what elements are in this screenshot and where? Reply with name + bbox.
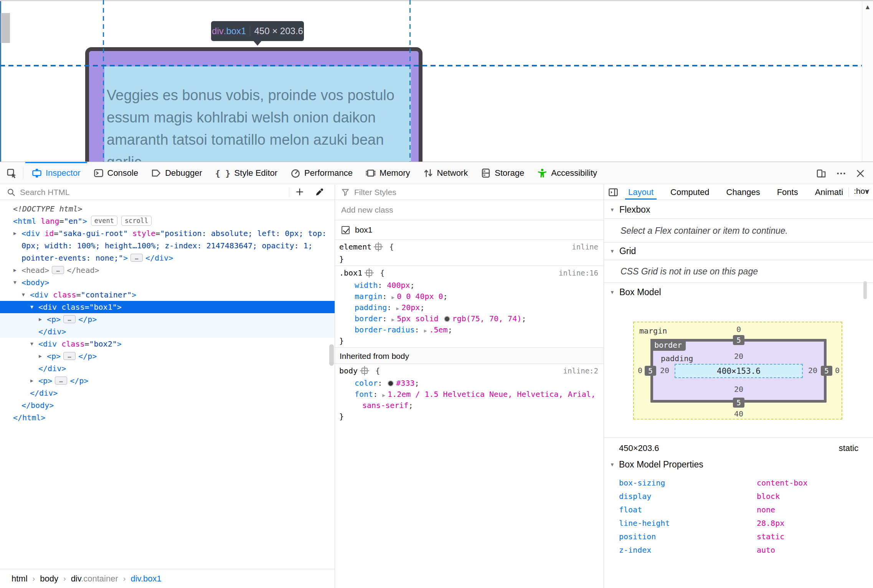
rule-source-link[interactable]: inline:2: [563, 364, 598, 378]
markup-node-row[interactable]: </body>: [0, 399, 335, 411]
highlight-selector-icon[interactable]: [375, 244, 381, 250]
property-value[interactable]: content-box: [757, 477, 807, 489]
rule-source-link[interactable]: inline: [572, 240, 598, 254]
markup-node-row[interactable]: <html lang="en">eventscroll: [0, 215, 335, 227]
expand-shorthand-icon[interactable]: ▶: [396, 306, 399, 311]
collapse-icon[interactable]: ▼: [13, 276, 17, 289]
devtools-menu-button[interactable]: [833, 166, 850, 181]
devtools-tab-style-editor[interactable]: { }Style Editor: [209, 162, 284, 184]
sidebar-toggle-icon[interactable]: [608, 185, 620, 200]
property-name[interactable]: font: [355, 390, 373, 399]
property-name[interactable]: margin: [355, 292, 382, 301]
border-bottom-value[interactable]: 5: [733, 398, 744, 408]
expand-shorthand-icon[interactable]: ▶: [424, 328, 427, 334]
property-value[interactable]: none: [757, 504, 775, 515]
responsive-design-mode-button[interactable]: [813, 166, 830, 181]
highlighted-box1-element[interactable]: Veggies es bonus vobis, proinde vos post…: [85, 47, 422, 162]
expand-inline-icon[interactable]: …: [63, 315, 76, 323]
devtools-tab-console[interactable]: Console: [87, 162, 145, 184]
property-name[interactable]: float: [619, 505, 642, 514]
devtools-tab-debugger[interactable]: Debugger: [145, 162, 209, 184]
box-model-content-region[interactable]: 400×153.6: [675, 364, 803, 378]
padding-top-value[interactable]: 20: [730, 352, 747, 361]
highlight-selector-icon[interactable]: [361, 368, 368, 374]
breadcrumb-item[interactable]: div.box1: [130, 574, 161, 584]
expand-inline-icon[interactable]: …: [130, 254, 143, 262]
devtools-tab-accessibility[interactable]: Accessibility: [531, 162, 604, 184]
close-devtools-button[interactable]: [852, 166, 869, 181]
page-scrollbar[interactable]: ▲: [862, 1, 873, 162]
all-tabs-dropdown-icon[interactable]: ▼: [864, 188, 870, 195]
markup-node-row[interactable]: ▶<p>…</p>: [0, 350, 335, 362]
sidebar-tab-changes[interactable]: Changes: [718, 185, 769, 200]
css-declaration[interactable]: sans-serif;: [335, 400, 604, 411]
border-left-value[interactable]: 5: [645, 366, 656, 376]
property-value[interactable]: sans-serif: [362, 401, 408, 410]
rule-selector[interactable]: element: [339, 242, 371, 251]
box-model-properties-header[interactable]: ▼ Box Model Properties: [610, 459, 703, 470]
expand-shorthand-icon[interactable]: ▶: [391, 294, 394, 300]
expand-icon[interactable]: ▶: [39, 313, 42, 325]
devtools-tab-network[interactable]: Network: [417, 162, 475, 184]
markup-node-row[interactable]: ▼<body>: [0, 276, 335, 289]
breadcrumb-item[interactable]: html: [12, 574, 28, 584]
sidebar-tab-computed[interactable]: Computed: [662, 185, 718, 200]
css-declaration[interactable]: padding: ▶20px;: [335, 302, 604, 313]
property-value[interactable]: rgb(75, 70, 74): [452, 314, 522, 323]
markup-node-row[interactable]: ▶<div id="saka-gui-root" style="position…: [0, 227, 335, 239]
padding-bottom-value[interactable]: 20: [730, 385, 747, 394]
padding-right-value[interactable]: 20: [804, 366, 821, 375]
devtools-tab-storage[interactable]: Storage: [474, 162, 531, 184]
box-model-margin-region[interactable]: margin border padding 400×153.6 0 5 20 0…: [633, 322, 842, 420]
property-value[interactable]: 400px: [387, 281, 410, 290]
expand-icon[interactable]: ▶: [30, 375, 33, 387]
sidebar-tab-fonts[interactable]: Fonts: [769, 185, 807, 200]
expand-inline-icon[interactable]: …: [63, 352, 76, 360]
page-scrollbar-thumb[interactable]: [1, 13, 10, 43]
property-value[interactable]: block: [757, 491, 780, 502]
filter-styles-input[interactable]: [354, 188, 481, 197]
collapse-icon[interactable]: ▼: [30, 301, 33, 313]
property-name[interactable]: z-index: [619, 545, 651, 555]
markup-node-row[interactable]: </div>: [0, 325, 335, 338]
expand-icon[interactable]: ▶: [13, 227, 17, 239]
grid-section-header[interactable]: ▼ Grid: [604, 243, 873, 260]
border-top-value[interactable]: 5: [733, 335, 744, 345]
scrollbar-up-arrow[interactable]: ▲: [862, 3, 873, 11]
markup-node-row[interactable]: </div>: [0, 387, 335, 399]
margin-bottom-value[interactable]: 40: [730, 409, 747, 418]
pick-element-button[interactable]: [3, 166, 21, 181]
box-model-section-header[interactable]: ▼ Box Model: [604, 283, 873, 302]
markup-node-row[interactable]: ▶<p>…</p>: [0, 313, 335, 325]
property-value[interactable]: .5em: [429, 325, 447, 334]
expand-inline-icon[interactable]: …: [52, 266, 64, 274]
property-name[interactable]: border-radius: [355, 325, 415, 334]
devtools-tab-inspector[interactable]: Inspector: [25, 162, 87, 184]
breadcrumb-item[interactable]: div.container: [71, 574, 118, 584]
property-name[interactable]: line-height: [619, 519, 670, 528]
property-value[interactable]: 20px: [401, 303, 420, 312]
property-name[interactable]: position: [619, 532, 656, 541]
property-name[interactable]: border: [355, 314, 382, 323]
flexbox-section-header[interactable]: ▼ Flexbox: [604, 201, 873, 219]
markup-node-row[interactable]: ▶<p>…</p>: [0, 375, 335, 387]
expand-icon[interactable]: ▶: [39, 350, 42, 362]
add-node-icon[interactable]: [295, 188, 304, 198]
margin-right-value[interactable]: 0: [829, 366, 846, 375]
property-value[interactable]: static: [757, 531, 784, 542]
class-toggle-checkbox[interactable]: [342, 226, 350, 234]
property-name[interactable]: width: [355, 281, 378, 290]
rule-source-link[interactable]: inline:16: [559, 266, 598, 280]
node-badge[interactable]: scroll: [121, 216, 152, 226]
markup-node-row[interactable]: 0px; width: 100%; height…100%; z-index: …: [0, 239, 335, 252]
breadcrumb-item[interactable]: body: [40, 574, 58, 584]
property-name[interactable]: color: [355, 378, 378, 388]
markup-node-row[interactable]: </html>: [0, 411, 335, 424]
property-value[interactable]: 0 0 40px 0: [397, 292, 443, 301]
margin-top-value[interactable]: 0: [730, 325, 747, 334]
markup-node-row[interactable]: ▶<head>…</head>: [0, 264, 335, 276]
expand-icon[interactable]: ▶: [13, 264, 17, 276]
property-value[interactable]: 5px solid: [397, 314, 443, 323]
expand-shorthand-icon[interactable]: ▶: [391, 317, 394, 322]
sidebar-tab-layout[interactable]: Layout: [620, 185, 662, 200]
